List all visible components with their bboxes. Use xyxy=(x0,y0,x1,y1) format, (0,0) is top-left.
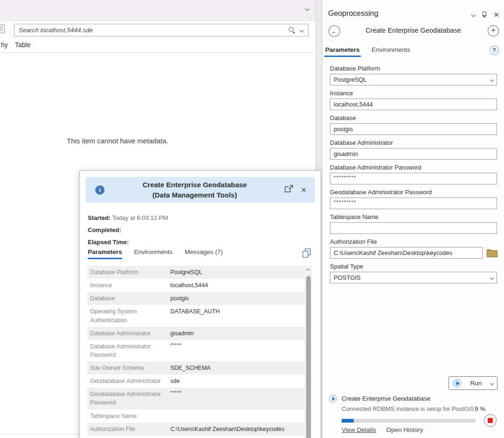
status-tool-name: Create Enterprise Geodatabase xyxy=(342,395,431,402)
help-icon[interactable]: ? xyxy=(490,46,499,55)
view-details-link[interactable]: View Details xyxy=(342,426,376,433)
field-database: Database postgis xyxy=(330,114,497,135)
tab-parameters[interactable]: Parameters xyxy=(324,46,361,57)
database-input[interactable]: postgis xyxy=(330,123,497,135)
table-row: Sde Owned Schema SDE_SCHEMA xyxy=(87,361,305,374)
table-row: Database Platform PostgreSQL xyxy=(87,266,305,279)
table-row: Operating System Authentication DATABASE… xyxy=(87,305,305,326)
authorization-file-input[interactable]: C:\Users\Kashif Zeeshan\Desktop\keycodes xyxy=(330,247,483,259)
close-icon[interactable]: ✕ xyxy=(301,186,307,193)
copy-icon[interactable] xyxy=(302,248,311,260)
progress-fill xyxy=(342,419,354,423)
play-icon xyxy=(329,395,337,403)
dialog-header: i Create Enterprise Geodatabase (Data Ma… xyxy=(86,177,315,203)
dialog-meta: Started: Today at 6:03:12 PM Completed: … xyxy=(88,212,168,248)
tab-environments[interactable]: Environments xyxy=(134,248,173,258)
progress-bar xyxy=(342,419,476,423)
started-label: Started: xyxy=(88,214,111,221)
tab-table[interactable]: Table xyxy=(15,41,30,49)
table-row: Geodatabase Administrator sde xyxy=(87,374,305,388)
tool-title: Create Enterprise Geodatabase xyxy=(343,27,483,34)
status-percent: 9 % xyxy=(475,405,485,412)
info-icon: i xyxy=(95,185,105,195)
panel-tabs: Parameters Environments xyxy=(324,46,420,57)
table-row: Database Administrator gisadmin xyxy=(87,327,305,340)
open-history-link[interactable]: Open History xyxy=(386,426,423,433)
elapsed-label: Elapsed Time: xyxy=(88,239,129,246)
table-row: Authorization File C:\Users\Kashif Zeesh… xyxy=(87,423,305,436)
pin-icon[interactable] xyxy=(482,11,487,18)
metadata-message: This item cannot have metadata. xyxy=(67,137,168,145)
browse-folder-icon[interactable] xyxy=(487,249,497,257)
tablespace-name-input[interactable] xyxy=(330,222,497,234)
table-row: Geodatabase Administrator Password ***** xyxy=(87,388,305,409)
dialog-tabs: Parameters Environments Messages (7) xyxy=(88,248,233,259)
scroll-up-icon[interactable] xyxy=(306,268,310,272)
run-button[interactable]: Run xyxy=(448,376,497,390)
play-icon xyxy=(453,379,462,388)
close-icon[interactable]: ✕ xyxy=(493,11,499,18)
table-row: Instance localhost,5444 xyxy=(87,279,305,292)
geoprocessing-panel: Geoprocessing ✕ ← Create Enterprise Geod… xyxy=(322,0,504,438)
table-row: Database postgis xyxy=(87,292,305,305)
tab-environments[interactable]: Environments xyxy=(371,46,411,56)
scrollbar[interactable] xyxy=(305,266,312,438)
scrollbar-thumb[interactable] xyxy=(306,276,311,438)
tab-geography[interactable]: hy xyxy=(1,41,8,49)
status-message: Connected RDBMS instance is setup for Po… xyxy=(342,405,474,412)
tool-status: Create Enterprise Geodatabase Connected … xyxy=(329,395,497,433)
table-row: Database Administrator Password ***** xyxy=(87,340,305,361)
table-row: Tablespace Name xyxy=(87,410,305,423)
field-instance: Instance localhost,5444 xyxy=(330,90,497,110)
database-platform-select[interactable]: PostgreSQL xyxy=(330,74,497,85)
field-tablespace-name: Tablespace Name xyxy=(330,213,497,234)
chevron-down-icon[interactable] xyxy=(305,7,310,11)
tool-form: Database Platform PostgreSQL Instance lo… xyxy=(330,65,497,288)
started-value: Today at 6:03:12 PM xyxy=(112,214,168,221)
dialog-title: Create Enterprise Geodatabase (Data Mana… xyxy=(105,180,285,200)
parameters-table: Database Platform PostgreSQL Instance lo… xyxy=(87,266,305,438)
instance-input[interactable]: localhost,5444 xyxy=(330,99,497,110)
database-administrator-password-input[interactable]: ********* xyxy=(330,173,497,184)
spatial-type-select[interactable]: POSTGIS xyxy=(330,272,497,283)
search-icon[interactable] xyxy=(288,27,295,34)
tab-parameters[interactable]: Parameters xyxy=(88,248,122,259)
search-row: Search localhost,5444.sde xyxy=(0,21,315,40)
list-icon[interactable] xyxy=(0,25,5,33)
panel-title: Geoprocessing xyxy=(328,9,378,18)
catalog-view-tabs: hy Table xyxy=(0,40,315,53)
back-icon[interactable]: ← xyxy=(329,25,340,37)
field-database-administrator-password: Database Administrator Password ********… xyxy=(330,164,497,184)
tool-progress-dialog: i Create Enterprise Geodatabase (Data Ma… xyxy=(79,170,321,438)
toolbar-strip xyxy=(0,0,315,21)
chevron-down-icon[interactable] xyxy=(471,13,476,17)
tool-header: ← Create Enterprise Geodatabase + xyxy=(322,24,504,40)
geodatabase-administrator-password-input[interactable]: ********* xyxy=(330,198,497,209)
field-database-platform: Database Platform PostgreSQL xyxy=(330,65,497,85)
field-database-administrator: Database Administrator gisadmin xyxy=(330,139,497,160)
field-geodatabase-administrator-password: Geodatabase Administrator Password *****… xyxy=(330,189,497,209)
share-icon[interactable] xyxy=(285,185,293,195)
search-placeholder: Search localhost,5444.sde xyxy=(14,27,288,34)
chevron-down-icon xyxy=(490,78,494,81)
database-administrator-input[interactable]: gisadmin xyxy=(330,148,497,160)
chevron-down-icon[interactable] xyxy=(490,381,494,385)
field-spatial-type: Spatial Type POSTGIS xyxy=(330,263,497,283)
chevron-down-icon[interactable] xyxy=(300,28,304,33)
search-input[interactable]: Search localhost,5444.sde xyxy=(14,24,308,36)
tab-messages[interactable]: Messages (7) xyxy=(185,248,223,258)
field-authorization-file: Authorization File C:\Users\Kashif Zeesh… xyxy=(330,238,497,259)
completed-label: Completed: xyxy=(88,226,121,233)
stop-icon[interactable] xyxy=(484,414,497,427)
add-icon[interactable]: + xyxy=(488,25,499,36)
chevron-down-icon xyxy=(490,276,494,279)
